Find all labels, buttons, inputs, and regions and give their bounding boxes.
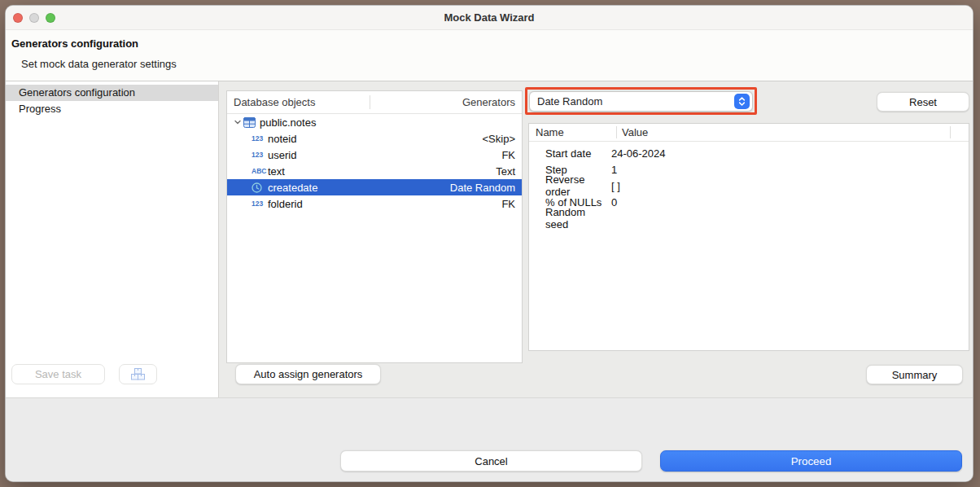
datetime-type-icon bbox=[252, 182, 268, 193]
generator-select-value: Date Random bbox=[537, 95, 602, 107]
property-name: Random seed bbox=[529, 206, 606, 230]
column-header-value[interactable]: Value bbox=[616, 126, 648, 138]
titlebar: Mock Data Wizard bbox=[6, 6, 973, 30]
summary-button[interactable]: Summary bbox=[866, 365, 963, 384]
table-row-public-notes[interactable]: public.notes bbox=[227, 114, 522, 130]
column-resize-handle[interactable] bbox=[616, 126, 617, 138]
save-task-button[interactable]: Save task bbox=[11, 364, 105, 384]
numeric-type-icon: 123 bbox=[252, 200, 268, 208]
property-value[interactable]: 1 bbox=[606, 164, 617, 176]
string-type-icon: ABC bbox=[252, 167, 268, 175]
column-name: text bbox=[268, 165, 285, 178]
page-subtitle: Set mock data generator settings bbox=[21, 58, 177, 70]
property-value[interactable]: 0 bbox=[606, 196, 617, 208]
window-title: Mock Data Wizard bbox=[6, 6, 973, 29]
generator-value: Text bbox=[496, 165, 522, 178]
table-row-userid[interactable]: 123 userid FK bbox=[227, 147, 522, 163]
column-resize-handle[interactable] bbox=[950, 126, 951, 138]
close-button[interactable] bbox=[13, 13, 23, 23]
wizard-footer: Cancel Proceed bbox=[6, 397, 973, 482]
zoom-button[interactable] bbox=[46, 13, 55, 23]
minimize-button[interactable] bbox=[29, 13, 39, 23]
reset-button[interactable]: Reset bbox=[877, 92, 969, 112]
column-header-generators[interactable]: Generators bbox=[462, 96, 522, 108]
sidebar-divider bbox=[218, 81, 219, 397]
column-header-name[interactable]: Name bbox=[529, 126, 616, 138]
page-title: Generators configuration bbox=[11, 37, 138, 50]
properties-rows: Start date 24-06-2024 Step 1 Reverse ord… bbox=[529, 142, 969, 226]
numeric-type-icon: 123 bbox=[252, 151, 268, 159]
main-content: Generators configuration Progress Databa… bbox=[6, 81, 973, 397]
sidebar-item-progress[interactable]: Progress bbox=[6, 101, 218, 117]
property-name: Reverse order bbox=[529, 173, 606, 198]
database-objects-table: Database objects Generators pu bbox=[226, 90, 523, 363]
mock-data-wizard-window: Mock Data Wizard Generators configuratio… bbox=[5, 5, 973, 482]
proceed-button[interactable]: Proceed bbox=[660, 450, 962, 472]
table-row-createdate-selected[interactable]: createdate Date Random bbox=[227, 179, 522, 195]
column-header-database-objects[interactable]: Database objects bbox=[227, 96, 462, 108]
chevron-down-icon[interactable] bbox=[232, 118, 243, 126]
properties-column-headers[interactable]: Name Value bbox=[529, 124, 969, 142]
sidebar-item-generators-configuration[interactable]: Generators configuration bbox=[6, 85, 218, 101]
generator-properties-table: Name Value Start date 24-06-2024 Step 1 … bbox=[528, 123, 969, 351]
checkbox-unchecked[interactable]: [ ] bbox=[606, 180, 620, 192]
auto-assign-generators-button[interactable]: Auto assign generators bbox=[235, 364, 381, 384]
tree-column-headers[interactable]: Database objects Generators bbox=[227, 91, 522, 114]
property-row-random-seed[interactable]: Random seed bbox=[529, 210, 969, 226]
tree-node-label: public.notes bbox=[260, 116, 316, 129]
cancel-button[interactable]: Cancel bbox=[340, 450, 642, 472]
generator-value: <Skip> bbox=[483, 133, 522, 145]
column-name: folderid bbox=[268, 198, 303, 210]
table-row-noteid[interactable]: 123 noteid <Skip> bbox=[227, 130, 522, 147]
wizard-steps-sidebar: Generators configuration Progress bbox=[6, 85, 218, 117]
traffic-lights bbox=[13, 13, 55, 23]
generator-value: FK bbox=[501, 149, 522, 161]
column-name: noteid bbox=[268, 133, 296, 145]
select-chevrons-icon bbox=[734, 94, 750, 109]
generator-value: FK bbox=[501, 198, 522, 210]
table-row-folderid[interactable]: 123 folderid FK bbox=[227, 195, 522, 212]
numeric-type-icon: 123 bbox=[252, 134, 268, 143]
table-icon bbox=[243, 117, 260, 128]
property-row-start-date[interactable]: Start date 24-06-2024 bbox=[529, 145, 969, 161]
annotation-highlight-box: Date Random bbox=[525, 87, 757, 115]
table-row-text[interactable]: ABC text Text bbox=[227, 163, 522, 179]
property-value[interactable]: 24-06-2024 bbox=[606, 147, 666, 160]
generator-value: Date Random bbox=[450, 182, 522, 194]
column-name: userid bbox=[268, 149, 296, 161]
property-row-reverse-order[interactable]: Reverse order [ ] bbox=[529, 178, 969, 194]
column-resize-handle[interactable] bbox=[370, 95, 370, 109]
column-name: createdate bbox=[268, 182, 317, 194]
property-name: Start date bbox=[529, 147, 606, 160]
generator-select[interactable]: Date Random bbox=[529, 91, 753, 112]
task-boxes-icon-button[interactable] bbox=[119, 364, 157, 384]
wizard-header: Generators configuration Set mock data g… bbox=[6, 30, 973, 81]
